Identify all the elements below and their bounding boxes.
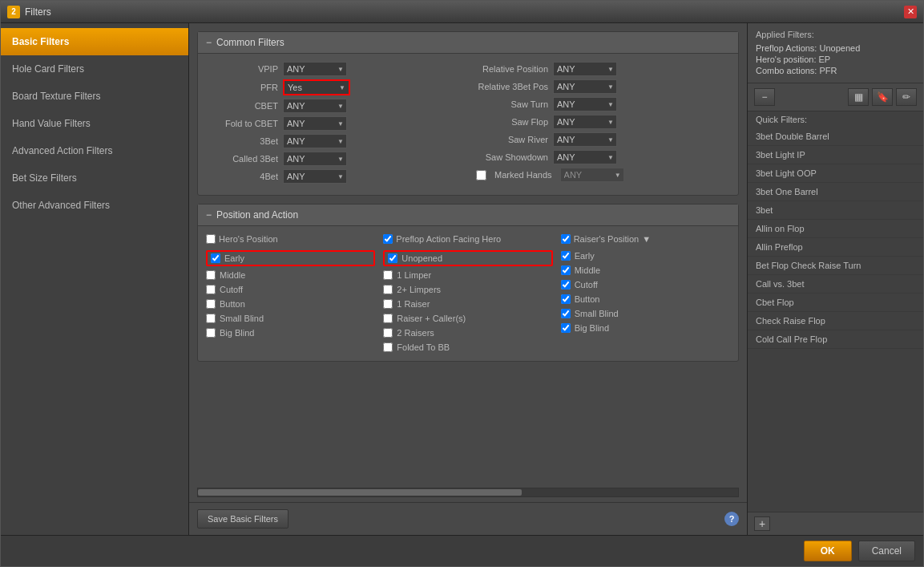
collapse-pos-icon[interactable]: − bbox=[206, 209, 212, 221]
quick-filter-call-vs-3bet[interactable]: Call vs. 3bet bbox=[748, 275, 923, 294]
hero-pos-button-checkbox[interactable] bbox=[206, 299, 216, 309]
raiser-pos-early-checkbox[interactable] bbox=[561, 251, 571, 261]
sidebar-item-board-texture-filters[interactable]: Board Texture Filters bbox=[1, 83, 188, 110]
quick-filter-cbet-flop[interactable]: Cbet Flop bbox=[748, 294, 923, 312]
raiser-pos-cutoff: Cutoff bbox=[561, 279, 730, 290]
toolbar-pencil-button[interactable]: ✏ bbox=[896, 88, 917, 106]
preflop-1raiser-checkbox[interactable] bbox=[383, 299, 393, 309]
preflop-unopened-checkbox[interactable] bbox=[388, 253, 397, 263]
called3bet-select-wrap: ANY bbox=[283, 152, 347, 166]
preflop-2raisers-checkbox[interactable] bbox=[383, 328, 393, 338]
hero-pos-cutoff: Cutoff bbox=[206, 284, 375, 295]
heros-position-header: Hero's Position bbox=[206, 234, 375, 244]
4bet-select-wrap: ANY bbox=[283, 169, 347, 184]
hero-pos-middle-checkbox[interactable] bbox=[206, 270, 216, 280]
fold-cbet-select[interactable]: ANY bbox=[283, 116, 347, 131]
raiser-pos-cutoff-label: Cutoff bbox=[575, 280, 598, 290]
toolbar-grid-button[interactable]: ▦ bbox=[848, 88, 869, 106]
raisers-position-checkbox[interactable] bbox=[561, 234, 571, 244]
preflop-action-checkbox[interactable] bbox=[383, 234, 393, 244]
sidebar-item-advanced-action-filters[interactable]: Advanced Action Filters bbox=[1, 137, 188, 164]
sidebar-item-basic-filters[interactable]: Basic Filters bbox=[1, 28, 188, 55]
saw-showdown-select[interactable]: ANY bbox=[553, 150, 617, 164]
preflop-raiser-callers-checkbox[interactable] bbox=[383, 314, 393, 323]
saw-river-select[interactable]: ANY bbox=[553, 132, 617, 147]
preflop-folded-bb: Folded To BB bbox=[383, 342, 552, 353]
vpip-select[interactable]: ANY bbox=[283, 62, 347, 76]
quick-filter-allin-on-flop[interactable]: Allin on Flop bbox=[748, 220, 923, 238]
sidebar-item-bet-size-filters[interactable]: Bet Size Filters bbox=[1, 164, 188, 192]
raiser-pos-bigblind-checkbox[interactable] bbox=[561, 323, 571, 333]
raiser-pos-button-checkbox[interactable] bbox=[561, 294, 571, 304]
4bet-select[interactable]: ANY bbox=[283, 169, 347, 184]
preflop-1limper-checkbox[interactable] bbox=[383, 270, 393, 280]
pfr-select[interactable]: Yes ANY No bbox=[284, 81, 349, 94]
filter-row-saw-showdown: Saw Showdown ANY bbox=[476, 150, 730, 164]
preflop-1raiser-label: 1 Raiser bbox=[397, 299, 430, 309]
quick-filter-check-raise-flop[interactable]: Check Raise Flop bbox=[748, 312, 923, 330]
rel3bet-select[interactable]: ANY bbox=[553, 79, 617, 94]
raisers-position-header: Raiser's Position ▼ bbox=[561, 234, 730, 244]
raisers-position-column: Raiser's Position ▼ Early Middle bbox=[561, 234, 730, 353]
preflop-1limper: 1 Limper bbox=[383, 269, 552, 281]
filter-row-rel3bet: Relative 3Bet Pos ANY bbox=[476, 79, 730, 94]
help-icon[interactable]: ? bbox=[724, 512, 739, 526]
hero-pos-early-checkbox[interactable] bbox=[211, 253, 220, 263]
called3bet-select[interactable]: ANY bbox=[283, 152, 347, 166]
filter-row-cbet: CBET ANY bbox=[206, 99, 460, 113]
save-basic-filters-button[interactable]: Save Basic Filters bbox=[197, 509, 288, 529]
fold-cbet-select-wrap: ANY bbox=[283, 116, 347, 131]
close-button[interactable]: ✕ bbox=[904, 6, 917, 18]
sidebar-item-other-advanced-filters[interactable]: Other Advanced Filters bbox=[1, 192, 188, 219]
raiser-pos-smallblind-checkbox[interactable] bbox=[561, 309, 571, 318]
raiser-pos-cutoff-checkbox[interactable] bbox=[561, 280, 571, 290]
toolbar-bookmark-button[interactable]: 🔖 bbox=[872, 88, 893, 106]
quick-filter-cold-call-pre-flop[interactable]: Cold Call Pre Flop bbox=[748, 330, 923, 349]
sidebar-item-hand-value-filters[interactable]: Hand Value Filters bbox=[1, 110, 188, 137]
horizontal-scrollbar[interactable] bbox=[197, 488, 739, 497]
add-filter-button[interactable]: + bbox=[754, 516, 770, 531]
raiser-pos-middle-checkbox[interactable] bbox=[561, 265, 571, 275]
toolbar-minus-button[interactable]: − bbox=[754, 88, 775, 106]
heros-position-checkbox[interactable] bbox=[206, 234, 216, 244]
preflop-folded-bb-checkbox[interactable] bbox=[383, 342, 393, 352]
marked-hands-select[interactable]: ANY bbox=[560, 168, 624, 182]
hero-pos-bigblind-checkbox[interactable] bbox=[206, 328, 216, 338]
quick-filter-bet-flop-check-raise-turn[interactable]: Bet Flop Check Raise Turn bbox=[748, 257, 923, 275]
sidebar-item-hole-card-filters[interactable]: Hole Card Filters bbox=[1, 55, 188, 83]
saw-flop-select[interactable]: ANY bbox=[553, 115, 617, 129]
hero-pos-smallblind-checkbox[interactable] bbox=[206, 314, 216, 323]
quick-filter-3bet-double-barrel[interactable]: 3bet Double Barrel bbox=[748, 128, 923, 146]
quick-filter-3bet-light-ip[interactable]: 3bet Light IP bbox=[748, 146, 923, 164]
cbet-select[interactable]: ANY bbox=[283, 99, 347, 113]
preflop-raiser-callers: Raiser + Caller(s) bbox=[383, 313, 552, 324]
collapse-icon[interactable]: − bbox=[206, 37, 212, 48]
3bet-select[interactable]: ANY bbox=[283, 134, 347, 148]
hero-pos-middle: Middle bbox=[206, 269, 375, 281]
filter-row-saw-flop: Saw Flop ANY bbox=[476, 115, 730, 129]
saw-turn-select[interactable]: ANY bbox=[553, 97, 617, 111]
filter-row-vpip: VPIP ANY bbox=[206, 62, 460, 76]
preflop-action-header: Preflop Action Facing Hero bbox=[383, 234, 552, 244]
quick-filter-3bet-light-oop[interactable]: 3bet Light OOP bbox=[748, 164, 923, 183]
right-toolbar: − ▦ 🔖 ✏ bbox=[748, 83, 923, 111]
filter-row-fold-cbet: Fold to CBET ANY bbox=[206, 116, 460, 131]
bottom-bar: Save Basic Filters ? bbox=[189, 502, 747, 535]
quick-filter-allin-preflop[interactable]: Allin Preflop bbox=[748, 238, 923, 257]
hero-pos-cutoff-checkbox[interactable] bbox=[206, 285, 216, 294]
cancel-button[interactable]: Cancel bbox=[858, 541, 915, 561]
marked-hands-checkbox[interactable] bbox=[476, 170, 486, 180]
rel-pos-select[interactable]: ANY bbox=[553, 62, 617, 76]
ok-button[interactable]: OK bbox=[804, 541, 852, 561]
raisers-position-dropdown[interactable]: ▼ bbox=[642, 234, 651, 244]
preflop-raiser-callers-label: Raiser + Caller(s) bbox=[397, 314, 466, 323]
quick-filter-3bet-one-barrel[interactable]: 3bet One Barrel bbox=[748, 183, 923, 201]
pfr-select-wrap: Yes ANY No bbox=[283, 79, 350, 95]
preflop-2limpers-checkbox[interactable] bbox=[383, 285, 393, 294]
quick-filter-3bet[interactable]: 3bet bbox=[748, 201, 923, 220]
raiser-pos-early-label: Early bbox=[575, 251, 595, 261]
raiser-pos-early: Early bbox=[561, 250, 730, 261]
scrollable-area[interactable]: − Common Filters VPIP ANY bbox=[189, 23, 747, 488]
filter-row-rel-pos: Relative Position ANY bbox=[476, 62, 730, 76]
add-filter-bar: + bbox=[748, 512, 923, 535]
